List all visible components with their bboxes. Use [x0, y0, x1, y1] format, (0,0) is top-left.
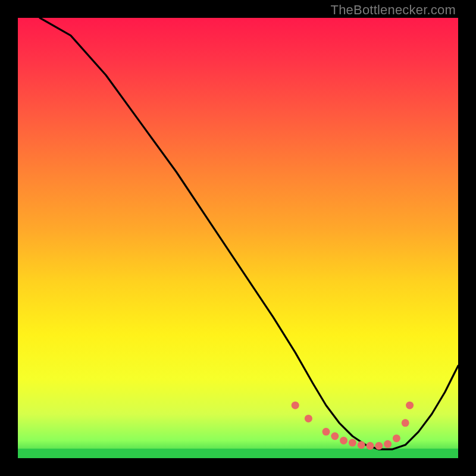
- marker-point: [322, 428, 330, 436]
- marker-point: [406, 402, 414, 409]
- marker-point: [305, 415, 312, 422]
- marker-point: [367, 442, 374, 450]
- marker-point: [375, 442, 383, 450]
- chart-frame: [18, 18, 458, 458]
- marker-point: [340, 437, 347, 444]
- watermark-text: TheBottlenecker.com: [331, 2, 456, 18]
- marker-point: [331, 433, 339, 440]
- marker-point: [384, 440, 392, 448]
- marker-point: [292, 402, 299, 409]
- marker-point: [349, 439, 356, 447]
- marker-point: [402, 419, 409, 427]
- marker-point: [358, 441, 365, 449]
- marker-point: [393, 434, 400, 442]
- gradient-background: [18, 18, 458, 458]
- bottleneck-chart: [18, 18, 458, 458]
